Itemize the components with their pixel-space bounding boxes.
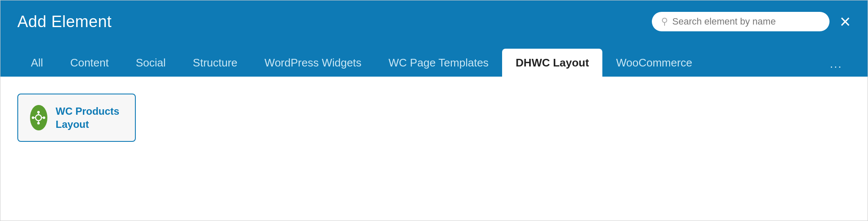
tab-wc-page-templates[interactable]: WC Page Templates bbox=[375, 49, 503, 77]
element-card-label: WC Products Layout bbox=[56, 105, 123, 131]
tab-woocommerce[interactable]: WooCommerce bbox=[602, 49, 706, 77]
svg-point-2 bbox=[37, 122, 40, 124]
tab-wordpress-widgets[interactable]: WordPress Widgets bbox=[251, 49, 375, 77]
wc-products-layout-svg bbox=[30, 110, 47, 126]
tab-structure[interactable]: Structure bbox=[179, 49, 251, 77]
tab-all[interactable]: All bbox=[17, 49, 57, 77]
tab-content[interactable]: Content bbox=[57, 49, 122, 77]
modal-title: Add Element bbox=[17, 13, 112, 31]
svg-point-1 bbox=[37, 111, 40, 113]
elements-content: WC Products Layout bbox=[0, 77, 868, 221]
search-icon: ⚲ bbox=[661, 16, 668, 27]
header-right: ⚲ × bbox=[652, 12, 851, 31]
svg-point-3 bbox=[32, 116, 34, 119]
svg-point-4 bbox=[43, 116, 45, 119]
svg-point-0 bbox=[36, 115, 41, 121]
modal-header: Add Element ⚲ × bbox=[0, 0, 868, 43]
search-input[interactable] bbox=[672, 16, 820, 27]
tab-dhwc-layout[interactable]: DHWC Layout bbox=[502, 49, 602, 77]
close-button[interactable]: × bbox=[840, 12, 851, 31]
tabs-bar: All Content Social Structure WordPress W… bbox=[0, 43, 868, 77]
tab-social[interactable]: Social bbox=[122, 49, 179, 77]
add-element-modal: Add Element ⚲ × All Content Social Struc… bbox=[0, 0, 868, 221]
element-card-wc-products-layout[interactable]: WC Products Layout bbox=[17, 94, 136, 142]
tab-more-button[interactable]: ... bbox=[821, 51, 851, 77]
search-box[interactable]: ⚲ bbox=[652, 12, 830, 31]
wc-products-layout-icon bbox=[30, 105, 47, 130]
